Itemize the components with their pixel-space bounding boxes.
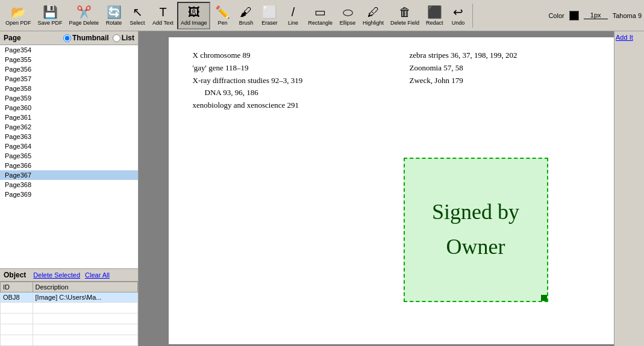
page-item[interactable]: Page361 [0, 113, 138, 122]
save-pdf-button[interactable]: 💾Save PDF [35, 2, 66, 29]
page-item[interactable]: Page366 [0, 161, 138, 170]
obj-desc: [Image] C:\Users\Ma... [33, 292, 137, 303]
add-it-label[interactable]: Add It [616, 34, 633, 41]
index-line: X chromosome 89 [193, 49, 590, 62]
add-image-button[interactable]: 🖼Add Image [177, 2, 211, 29]
open-pdf-icon: 📂 [11, 5, 26, 19]
page-item[interactable]: Page359 [0, 93, 138, 103]
list-radio[interactable]: List [113, 34, 134, 42]
page-item[interactable]: Page363 [0, 132, 138, 141]
delete-field-icon: 🗑 [399, 5, 411, 19]
add-text-label: Add Text [152, 20, 174, 26]
highlight-label: Highlight [363, 20, 384, 26]
content-area: X chromosome 89'gay' gene 118–19X-ray di… [139, 31, 644, 346]
eraser-button[interactable]: ⬜Eraser [258, 2, 281, 29]
toolbar-right: Color 1px Tahoma 9 [548, 11, 642, 20]
rotate-icon: 🔄 [107, 5, 122, 19]
select-button[interactable]: ↖Select [126, 2, 149, 29]
left-text-column: X chromosome 89'gay' gene 118–19X-ray di… [193, 49, 590, 112]
brush-icon: 🖌 [240, 5, 252, 19]
pen-button[interactable]: ✏️Pen [211, 2, 234, 29]
page-item[interactable]: Page368 [0, 180, 138, 190]
empty-row [1, 324, 138, 335]
thumbnail-radio[interactable]: Thumbnail [63, 34, 109, 42]
index-line: DNA 93, 96, 186 [205, 87, 590, 99]
add-text-button[interactable]: TAdd Text [149, 2, 177, 29]
add-it-panel: Add It [614, 31, 644, 346]
redact-icon: ⬛ [427, 5, 442, 19]
thickness-label: 1px [584, 11, 608, 19]
color-swatch[interactable] [569, 11, 579, 20]
delete-selected-button[interactable]: Delete Selected [33, 271, 80, 279]
undo-label: Undo [452, 20, 465, 26]
col-id: ID [1, 282, 33, 292]
open-pdf-label: Open PDF [5, 20, 31, 26]
object-table-header: ID Description [1, 282, 138, 292]
page-item[interactable]: Page357 [0, 74, 138, 84]
main-layout: Page Thumbnail List Page354Page355Page35… [0, 31, 644, 346]
ellipse-icon: ⬭ [343, 5, 353, 19]
rectangle-button[interactable]: ▭Rectangle [305, 2, 336, 29]
signed-line1: Signed by [432, 200, 519, 224]
signed-text: Signed by Owner [432, 195, 519, 264]
signed-line2: Owner [446, 235, 505, 259]
line-button[interactable]: /Line [281, 2, 304, 29]
page-item[interactable]: Page355 [0, 55, 138, 64]
delete-field-button[interactable]: 🗑Delete Field [387, 2, 422, 29]
line-icon: / [292, 5, 295, 19]
select-label: Select [130, 20, 145, 26]
eraser-icon: ⬜ [262, 5, 277, 19]
highlight-button[interactable]: 🖊Highlight [360, 2, 387, 29]
page-item[interactable]: Page364 [0, 141, 138, 151]
page-item[interactable]: Page354 [0, 45, 138, 55]
page-list[interactable]: Page354Page355Page356Page357Page358Page3… [0, 45, 138, 268]
page-item[interactable]: Page367 [0, 170, 138, 180]
right-text-column: zebra stripes 36, 37, 198, 199, 202Zoono… [410, 49, 517, 87]
rotate-button[interactable]: 🔄Rotate [102, 2, 125, 29]
save-pdf-label: Save PDF [38, 20, 63, 26]
thumbnail-label: Thumbnail [72, 34, 109, 42]
sidebar: Page Thumbnail List Page354Page355Page35… [0, 31, 139, 346]
clear-all-button[interactable]: Clear All [85, 271, 110, 279]
right-index-line: zebra stripes 36, 37, 198, 199, 202 [410, 49, 517, 62]
view-toggle: Thumbnail List [63, 34, 134, 42]
ellipse-button[interactable]: ⬭Ellipse [336, 2, 359, 29]
open-pdf-button[interactable]: 📂Open PDF [2, 2, 34, 29]
list-radio-input[interactable] [113, 34, 120, 42]
right-index-line: Zweck, John 179 [410, 75, 517, 87]
right-index-line: Zoonomia 57, 58 [410, 62, 517, 75]
toolbar-separator [472, 4, 473, 28]
page-delete-icon: ✂️ [77, 5, 92, 19]
line-label: Line [288, 20, 298, 26]
object-header: Object Delete Selected Clear All [0, 269, 138, 282]
rectangle-icon: ▭ [314, 5, 326, 19]
page-delete-button[interactable]: ✂️Page Delete [66, 2, 102, 29]
page-item[interactable]: Page356 [0, 64, 138, 74]
brush-button[interactable]: 🖌Brush [234, 2, 257, 29]
redact-button[interactable]: ⬛Redact [423, 2, 446, 29]
object-row[interactable]: OBJ8[Image] C:\Users\Ma... [1, 292, 138, 303]
page-item[interactable]: Page365 [0, 151, 138, 161]
col-description: Description [33, 282, 137, 292]
page-item[interactable]: Page358 [0, 84, 138, 93]
rectangle-label: Rectangle [308, 20, 333, 26]
pen-icon: ✏️ [215, 5, 230, 19]
ellipse-label: Ellipse [340, 20, 356, 26]
object-table: ID Description OBJ8[Image] C:\Users\Ma..… [0, 282, 138, 346]
brush-label: Brush [239, 20, 254, 26]
empty-row [1, 314, 138, 324]
select-icon: ↖ [133, 5, 143, 19]
color-label: Color [548, 12, 564, 19]
pen-label: Pen [217, 20, 227, 26]
sidebar-title: Page [4, 34, 21, 42]
highlight-icon: 🖊 [367, 5, 380, 19]
toolbar: 📂Open PDF💾Save PDF✂️Page Delete🔄Rotate↖S… [0, 0, 644, 31]
page-item[interactable]: Page362 [0, 122, 138, 132]
page-item[interactable]: Page360 [0, 103, 138, 113]
add-image-icon: 🖼 [188, 5, 200, 19]
undo-button[interactable]: ↩Undo [447, 2, 470, 29]
signed-image-box[interactable]: Signed by Owner [404, 158, 548, 302]
page-item[interactable]: Page369 [0, 190, 138, 199]
resize-handle[interactable] [541, 295, 547, 301]
thumbnail-radio-input[interactable] [63, 34, 71, 42]
